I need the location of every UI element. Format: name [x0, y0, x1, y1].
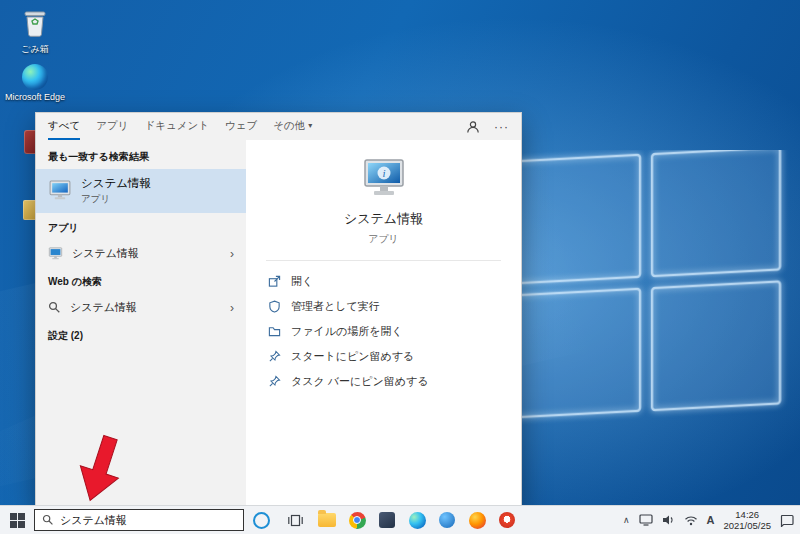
taskbar: ∧ A 14:26 — [0, 505, 800, 534]
taskbar-app-3[interactable] — [372, 506, 402, 534]
app-result-system-info[interactable]: システム情報 › — [36, 240, 246, 267]
settings-section-header: 設定 (2) — [36, 321, 246, 348]
action-run-as-admin[interactable]: 管理者として実行 — [268, 294, 499, 319]
best-match-header: 最も一致する検索結果 — [36, 142, 246, 169]
result-label: システム情報 — [72, 246, 139, 261]
chevron-down-icon: ▾ — [308, 121, 312, 130]
taskbar-app-5[interactable] — [432, 506, 462, 534]
edge-icon — [409, 512, 426, 529]
system-info-icon — [48, 180, 72, 202]
open-icon — [268, 275, 281, 288]
best-match-result[interactable]: システム情報 アプリ — [36, 169, 246, 213]
system-tray: ∧ A 14:26 — [623, 509, 800, 532]
desktop-icon-recycle-bin[interactable]: ごみ箱 — [4, 8, 66, 54]
search-icon — [42, 514, 54, 526]
tab-more-label: その他 — [273, 119, 305, 133]
cortana-button[interactable] — [244, 506, 278, 534]
divider — [266, 260, 501, 261]
task-view-icon — [288, 514, 303, 527]
clock-time: 14:26 — [723, 509, 771, 520]
best-match-title: システム情報 — [81, 176, 151, 191]
taskbar-chrome[interactable] — [342, 506, 372, 534]
more-options-icon[interactable]: ··· — [494, 120, 509, 134]
folder-icon — [268, 325, 281, 338]
system-info-large-icon: i — [361, 158, 407, 200]
search-filter-tabs: すべて アプリ ドキュメント ウェブ その他 ▾ ··· — [36, 113, 521, 140]
app-icon — [499, 512, 515, 528]
action-pin-to-taskbar[interactable]: タスク バーにピン留めする — [268, 369, 499, 394]
tab-more[interactable]: その他 ▾ — [273, 113, 312, 140]
start-button[interactable] — [0, 506, 34, 534]
result-label: システム情報 — [70, 300, 137, 315]
edge-icon — [22, 64, 48, 90]
chevron-right-icon[interactable]: › — [230, 301, 234, 315]
app-icon — [379, 512, 395, 528]
taskbar-firefox[interactable] — [462, 506, 492, 534]
apps-section-header: アプリ — [36, 213, 246, 240]
chrome-icon — [349, 512, 366, 529]
task-view-button[interactable] — [278, 506, 312, 534]
action-label: スタートにピン留めする — [291, 349, 414, 364]
desktop: ごみ箱 Microsoft Edge すべて アプリ ドキュメント ウェブ その… — [0, 0, 800, 534]
hidden-icons-chevron[interactable]: ∧ — [623, 515, 630, 525]
tab-web[interactable]: ウェブ — [225, 113, 257, 140]
desktop-icon-edge[interactable]: Microsoft Edge — [4, 64, 66, 102]
pin-icon — [268, 350, 281, 363]
volume-icon[interactable] — [662, 514, 675, 526]
recycle-bin-icon — [22, 8, 48, 38]
action-label: ファイルの場所を開く — [291, 324, 403, 339]
windows-wallpaper-logo — [502, 150, 800, 440]
desktop-icon-label: Microsoft Edge — [4, 92, 66, 102]
user-account-icon[interactable] — [466, 120, 480, 134]
detail-title: システム情報 — [344, 210, 423, 228]
file-explorer-icon — [318, 513, 336, 527]
tab-all[interactable]: すべて — [48, 113, 80, 140]
taskbar-app-7[interactable] — [492, 506, 522, 534]
taskbar-file-explorer[interactable] — [312, 506, 342, 534]
search-results-pane: 最も一致する検索結果 システム情報 アプリ アプ — [36, 140, 246, 507]
best-match-subtitle: アプリ — [81, 193, 151, 206]
search-icon — [48, 301, 61, 314]
ime-mode-indicator[interactable]: A — [707, 514, 715, 526]
action-label: タスク バーにピン留めする — [291, 374, 429, 389]
web-section-header: Web の検索 — [36, 267, 246, 294]
network-icon[interactable] — [684, 515, 698, 526]
display-tray-icon[interactable] — [639, 514, 653, 526]
desktop-icon-label: ごみ箱 — [4, 44, 66, 54]
action-label: 開く — [291, 274, 313, 289]
action-open[interactable]: 開く — [268, 269, 499, 294]
pin-icon — [268, 375, 281, 388]
action-open-file-location[interactable]: ファイルの場所を開く — [268, 319, 499, 344]
firefox-icon — [469, 512, 486, 529]
app-icon — [439, 512, 455, 528]
search-panel: すべて アプリ ドキュメント ウェブ その他 ▾ ··· 最も一致する検索結果 — [35, 112, 522, 508]
action-list: 開く 管理者として実行 ファイルの場所を開く — [246, 267, 521, 396]
taskbar-search-box[interactable] — [34, 509, 244, 531]
web-result-system-info[interactable]: システム情報 › — [36, 294, 246, 321]
tab-documents[interactable]: ドキュメント — [145, 113, 209, 140]
windows-logo-icon — [10, 513, 25, 528]
taskbar-edge[interactable] — [402, 506, 432, 534]
system-info-icon — [48, 247, 63, 261]
action-label: 管理者として実行 — [291, 299, 380, 314]
tab-apps[interactable]: アプリ — [96, 113, 128, 140]
action-pin-to-start[interactable]: スタートにピン留めする — [268, 344, 499, 369]
shield-icon — [268, 300, 281, 313]
chevron-right-icon[interactable]: › — [230, 247, 234, 261]
clock-date: 2021/05/25 — [723, 520, 771, 531]
detail-subtitle: アプリ — [368, 232, 399, 246]
svg-text:i: i — [382, 167, 385, 179]
result-detail-pane: i システム情報 アプリ 開く — [246, 140, 521, 507]
action-center-icon[interactable] — [780, 514, 794, 527]
search-input[interactable] — [60, 514, 236, 526]
taskbar-clock[interactable]: 14:26 2021/05/25 — [723, 509, 771, 532]
cortana-icon — [253, 512, 270, 529]
